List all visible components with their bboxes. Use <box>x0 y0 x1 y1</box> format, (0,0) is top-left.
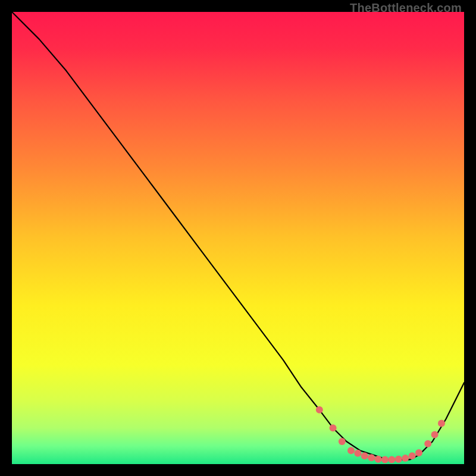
marker-dot <box>381 456 389 463</box>
marker-dot <box>354 450 361 457</box>
marker-dot <box>415 449 422 456</box>
marker-dot <box>402 455 409 462</box>
marker-dot <box>395 456 402 463</box>
marker-dot <box>339 438 346 445</box>
marker-dot <box>438 420 445 427</box>
marker-dot <box>330 424 337 431</box>
marker-dot <box>431 431 439 439</box>
bottleneck-chart <box>12 12 464 464</box>
marker-dot <box>424 440 431 447</box>
marker-dot <box>375 456 382 463</box>
marker-dot <box>368 454 375 461</box>
marker-dot <box>361 452 368 459</box>
watermark-label: TheBottleneck.com <box>350 1 462 15</box>
marker-dot <box>347 447 355 454</box>
marker-dot <box>388 456 395 463</box>
marker-dot <box>316 406 323 414</box>
chart-frame <box>12 12 464 464</box>
gradient-background <box>12 12 464 464</box>
marker-dot <box>409 452 416 459</box>
